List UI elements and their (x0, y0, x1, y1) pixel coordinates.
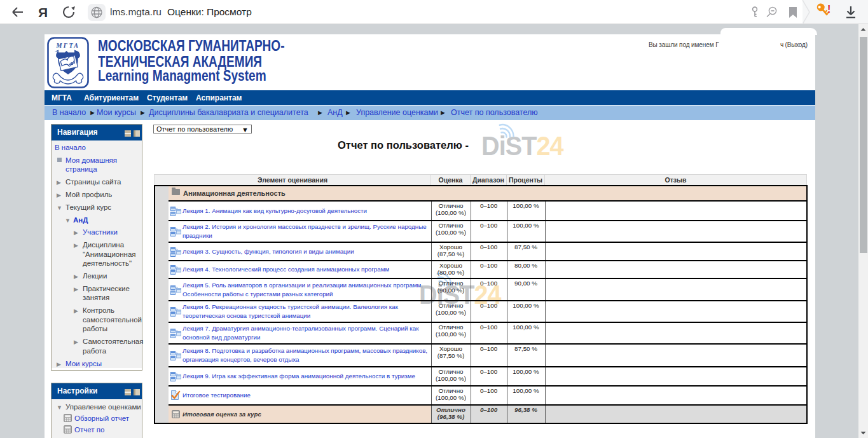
svg-text:Я: Я (38, 5, 48, 20)
svg-text:МГТА: МГТА (55, 42, 79, 49)
svg-text:!: ! (827, 4, 830, 15)
